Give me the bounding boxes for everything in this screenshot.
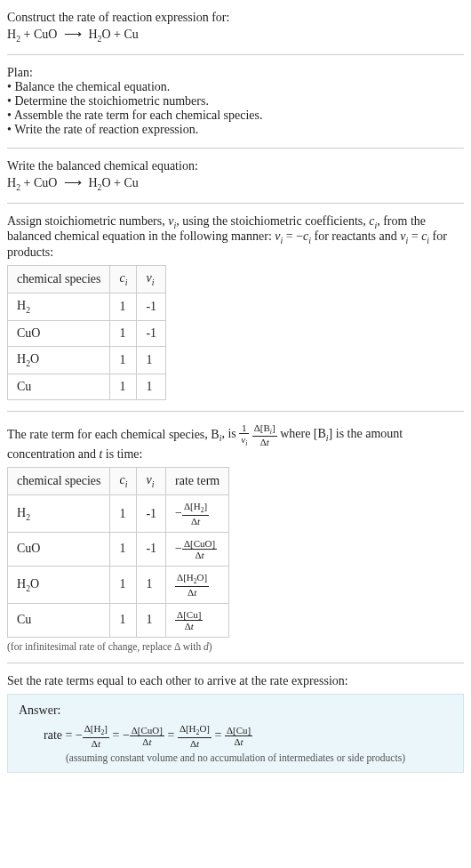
table-row: H2O 1 1 — [8, 346, 166, 374]
rateterm-section: The rate term for each chemical species,… — [7, 417, 464, 657]
plan-item: Assemble the rate term for each chemical… — [7, 108, 464, 123]
cell-rate: −Δ[CuO]Δt — [166, 532, 229, 566]
answer-box: Answer: rate = −Δ[H2]Δt = −Δ[CuO]Δt = Δ[… — [7, 694, 464, 773]
stoich-text: Assign stoichiometric numbers, νi, using… — [7, 214, 464, 261]
cell-rate: −Δ[H2]Δt — [166, 495, 229, 533]
rateterm-note: (for infinitesimal rate of change, repla… — [7, 641, 464, 652]
cell-ci: 1 — [110, 567, 137, 604]
divider — [7, 203, 464, 204]
answer-expression: rate = −Δ[H2]Δt = −Δ[CuO]Δt = Δ[H2O]Δt =… — [44, 723, 452, 749]
cell-species: Cu — [8, 374, 110, 399]
cell-species: H2O — [8, 346, 110, 374]
table-row: Cu 1 1 — [8, 374, 166, 399]
col-nui: νi — [137, 266, 166, 293]
cell-species: CuO — [8, 320, 110, 346]
cell-nui: 1 — [137, 346, 166, 374]
cell-species: CuO — [8, 532, 110, 566]
divider — [7, 663, 464, 663]
cell-nui: 1 — [137, 374, 166, 399]
cell-ci: 1 — [110, 603, 137, 637]
table-header-row: chemical species ci νi rate term — [8, 468, 229, 495]
divider — [7, 54, 464, 55]
cell-rate: Δ[Cu]Δt — [166, 603, 229, 637]
cell-nui: 1 — [137, 603, 166, 637]
col-nui: νi — [137, 468, 166, 495]
cell-species: H2 — [8, 293, 110, 320]
cell-ci: 1 — [110, 293, 137, 320]
cell-species: Cu — [8, 603, 110, 637]
intro-prompt: Construct the rate of reaction expressio… — [7, 11, 464, 25]
cell-nui: -1 — [137, 495, 166, 533]
cell-ci: 1 — [110, 346, 137, 374]
intro-section: Construct the rate of reaction expressio… — [7, 5, 464, 49]
col-species: chemical species — [8, 468, 110, 495]
final-heading: Set the rate terms equal to each other t… — [7, 674, 464, 688]
divider — [7, 148, 464, 149]
col-ci: ci — [110, 266, 137, 293]
divider — [7, 411, 464, 412]
table-row: H2O 1 1 Δ[H2O]Δt — [8, 567, 229, 604]
balanced-section: Write the balanced chemical equation: H2… — [7, 154, 464, 197]
answer-label: Answer: — [19, 703, 452, 718]
final-section: Set the rate terms equal to each other t… — [7, 669, 464, 778]
intro-equation: H2 + CuO ⟶ H2O + Cu — [7, 27, 464, 44]
cell-species: H2O — [8, 567, 110, 604]
cell-nui: -1 — [137, 293, 166, 320]
cell-nui: 1 — [137, 567, 166, 604]
table-row: H2 1 -1 −Δ[H2]Δt — [8, 495, 229, 533]
table-row: CuO 1 -1 — [8, 320, 166, 346]
balanced-heading: Write the balanced chemical equation: — [7, 159, 464, 173]
stoich-section: Assign stoichiometric numbers, νi, using… — [7, 209, 464, 406]
plan-item: Write the rate of reaction expression. — [7, 123, 464, 137]
cell-nui: -1 — [137, 320, 166, 346]
rateterm-text: The rate term for each chemical species,… — [7, 422, 464, 462]
col-species: chemical species — [8, 266, 110, 293]
table-header-row: chemical species ci νi — [8, 266, 166, 293]
cell-rate: Δ[H2O]Δt — [166, 567, 229, 604]
plan-section: Plan: Balance the chemical equation. Det… — [7, 60, 464, 142]
plan-heading: Plan: — [7, 66, 464, 80]
cell-nui: -1 — [137, 532, 166, 566]
stoich-table: chemical species ci νi H2 1 -1 CuO 1 -1 … — [7, 265, 166, 399]
col-ci: ci — [110, 468, 137, 495]
balanced-equation: H2 + CuO ⟶ H2O + Cu — [7, 175, 464, 192]
table-row: CuO 1 -1 −Δ[CuO]Δt — [8, 532, 229, 566]
cell-ci: 1 — [110, 320, 137, 346]
col-rate: rate term — [166, 468, 229, 495]
cell-ci: 1 — [110, 532, 137, 566]
plan-item: Balance the chemical equation. — [7, 80, 464, 94]
plan-item: Determine the stoichiometric numbers. — [7, 94, 464, 108]
cell-ci: 1 — [110, 374, 137, 399]
rateterm-table: chemical species ci νi rate term H2 1 -1… — [7, 467, 229, 638]
answer-assumption: (assuming constant volume and no accumul… — [19, 752, 452, 763]
plan-list: Balance the chemical equation. Determine… — [7, 80, 464, 137]
table-row: H2 1 -1 — [8, 293, 166, 320]
table-row: Cu 1 1 Δ[Cu]Δt — [8, 603, 229, 637]
cell-species: H2 — [8, 495, 110, 533]
cell-ci: 1 — [110, 495, 137, 533]
